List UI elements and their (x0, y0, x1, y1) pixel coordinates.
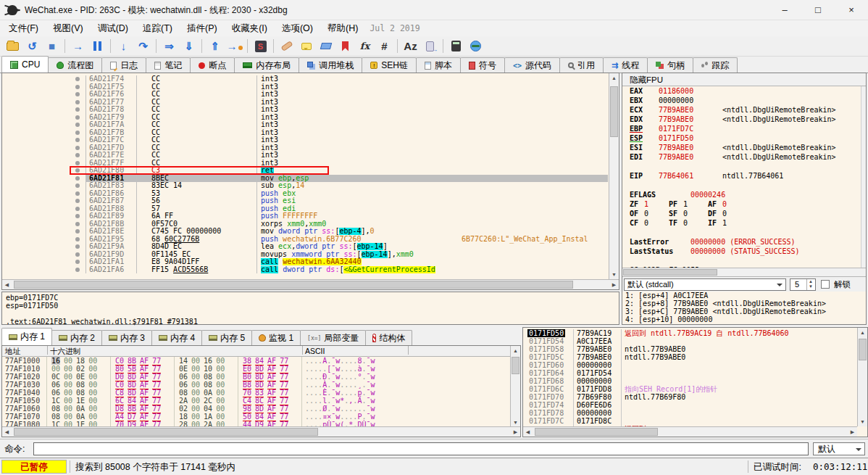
open-file-icon[interactable] (4, 38, 22, 55)
hex-byte[interactable]: 10 (204, 365, 212, 373)
hex-byte[interactable]: 00 (64, 373, 72, 381)
hex-byte[interactable]: 00 (64, 357, 72, 365)
menu-item[interactable]: 收藏夹(I) (225, 20, 275, 36)
patches-icon[interactable] (277, 38, 296, 55)
stack-row[interactable]: 0171FD54A0C17EEA (523, 337, 857, 345)
hex-byte[interactable]: 2C (204, 397, 212, 405)
hex-byte[interactable]: 08 (204, 381, 212, 389)
register-row[interactable]: LastStatus00000000 (STATUS_SUCCESS) (622, 247, 861, 256)
hex-byte[interactable]: 06 (51, 381, 60, 389)
breakpoint-bullet-icon[interactable] (75, 252, 80, 257)
scroll-right-arrow[interactable]: ▶ (609, 280, 619, 289)
scroll-thumb[interactable] (610, 86, 618, 137)
hex-byte[interactable]: 08 (76, 381, 85, 389)
restart-icon[interactable]: ↺ (23, 38, 41, 55)
tab-调用堆栈[interactable]: 调用堆栈 (299, 57, 362, 73)
stack-hscrollbar[interactable]: ◀ ▶ (523, 426, 857, 437)
hex-byte[interactable]: 00 (191, 357, 200, 365)
hex-byte[interactable]: 0A (76, 413, 85, 421)
hex-byte[interactable]: 00 (88, 405, 97, 413)
register-row[interactable]: EFLAGS00000246 (622, 190, 861, 199)
tab-符号[interactable]: 符号 (460, 57, 505, 73)
disasm-row[interactable]: 6AD21F7ECCint3 (2, 152, 608, 160)
disasm-row[interactable]: 6AD21F76CCint3 (2, 91, 608, 99)
breakpoint-bullet-icon[interactable] (75, 92, 80, 96)
tab-引用[interactable]: 引用 (559, 57, 604, 73)
hex-byte[interactable]: 1C (51, 397, 60, 405)
hex-byte[interactable]: 0E (76, 373, 85, 381)
bookmarks-icon[interactable] (336, 38, 354, 55)
run-icon[interactable]: → (69, 38, 87, 55)
update-check-icon[interactable] (467, 38, 485, 55)
memory-row[interactable]: 77AF104006000800C88DAF7708000A007083AF77… (2, 389, 510, 397)
flag-cell[interactable]: AF0 (708, 199, 747, 209)
breakpoint-bullet-icon[interactable] (75, 244, 80, 249)
breakpoint-bullet-icon[interactable] (75, 268, 80, 272)
menu-item[interactable]: 插件(P) (180, 20, 225, 36)
register-row[interactable]: EAX01186000 (622, 86, 861, 96)
disasm-row[interactable]: 6AD21F7CCCint3 (2, 136, 608, 144)
disasm-row[interactable]: 6AD21F74CCint3 (2, 75, 608, 83)
hex-byte[interactable]: 0E (179, 365, 188, 373)
flag-cell[interactable]: PF1 (669, 199, 708, 209)
hex-byte[interactable]: 00 (216, 389, 225, 397)
breakpoint-bullet-icon[interactable] (75, 199, 80, 203)
scroll-thumb[interactable] (14, 281, 573, 289)
hex-byte[interactable]: 00 (88, 357, 97, 365)
tab-源代码[interactable]: <>源代码 (504, 57, 560, 73)
hex-byte[interactable]: 00 (64, 389, 72, 397)
flag-cell[interactable]: OF0 (630, 209, 669, 218)
hex-byte[interactable]: 00 (88, 389, 97, 397)
registers-vscrollbar[interactable] (861, 86, 866, 268)
hex-byte[interactable]: 1A (204, 413, 212, 421)
scroll-left-arrow[interactable]: ◀ (523, 427, 533, 437)
scroll-up-arrow[interactable]: ▲ (858, 328, 867, 337)
memory-row[interactable]: 77AF10501C001E006C84AF772A002C00C48CAF77… (2, 397, 510, 405)
command-scope-select[interactable]: 默认 (813, 442, 865, 455)
hex-byte[interactable]: 0C (51, 373, 60, 381)
breakpoint-bullet-icon[interactable] (75, 85, 80, 89)
flag-cell[interactable]: DF0 (708, 209, 747, 218)
hex-byte[interactable]: 08 (76, 389, 85, 397)
command-input[interactable] (33, 442, 809, 455)
breakpoint-bullet-icon[interactable] (75, 115, 80, 120)
scroll-thumb[interactable] (535, 428, 658, 436)
stack-row[interactable]: 0171FD6800000000 (523, 377, 857, 385)
flag-cell[interactable]: CF0 (630, 218, 669, 228)
hex-byte[interactable]: 00 (88, 413, 97, 421)
hex-byte[interactable]: 1E (76, 397, 85, 405)
hex-byte[interactable]: 06 (51, 389, 60, 397)
hex-byte[interactable]: 00 (191, 397, 200, 405)
stack-row[interactable]: 0171FD7800000000 (523, 409, 857, 417)
scroll-down-arrow[interactable]: ▼ (609, 270, 619, 279)
hex-byte[interactable]: 00 (88, 365, 97, 373)
menu-item[interactable]: 视图(V) (46, 20, 91, 36)
breakpoint-bullet-icon[interactable] (75, 222, 80, 226)
memory-row[interactable]: 77AF100016001800C08BAF77140016003884AF77… (2, 357, 510, 365)
hex-byte[interactable]: 06 (179, 373, 188, 381)
tab-流程图[interactable]: 流程图 (48, 57, 102, 73)
memory-row[interactable]: 77AF103006000800C08DAF7706000800B88DAF77… (2, 381, 510, 389)
breakpoint-bullet-icon[interactable] (75, 183, 80, 188)
column-grip[interactable] (302, 346, 303, 355)
hex-byte[interactable]: 18 (76, 357, 85, 365)
step-into-user-icon[interactable]: → (225, 38, 243, 55)
hex-byte[interactable]: 08 (179, 389, 188, 397)
hex-byte[interactable]: 04 (204, 405, 212, 413)
stack-row[interactable]: 0171FD5077B9AC19返回到 ntdll.77B9AC19 自 ntd… (523, 329, 857, 337)
step-into-icon[interactable]: ↓ (114, 38, 133, 55)
stack-argument-row[interactable]: 4: [esp+10] 00000000 (622, 315, 866, 323)
memory-row[interactable]: 77AF10200C000E00D08DAF7706000800B08DAF77… (2, 373, 510, 381)
disasm-row[interactable]: 6AD21FA1E8 9A04D1FFcall wechatwin.6AA324… (2, 258, 608, 266)
hex-byte[interactable]: 00 (216, 397, 225, 405)
menu-item[interactable]: 选项(O) (275, 20, 320, 36)
tab-内存布局[interactable]: 内存布局 (234, 57, 299, 73)
disassembly-hscrollbar[interactable]: ◀ ▶ (2, 279, 619, 289)
menu-item[interactable]: 帮助(H) (320, 20, 365, 36)
dump-tab-结构体[interactable]: 结构体 (365, 330, 412, 345)
tab-断点[interactable]: 断点 (190, 57, 235, 73)
breakpoint-bullet-icon[interactable] (75, 191, 80, 196)
hex-byte[interactable]: 16 (204, 357, 212, 365)
hex-byte[interactable]: 08 (51, 405, 60, 413)
tab-线程[interactable]: ⇉线程 (603, 57, 648, 73)
